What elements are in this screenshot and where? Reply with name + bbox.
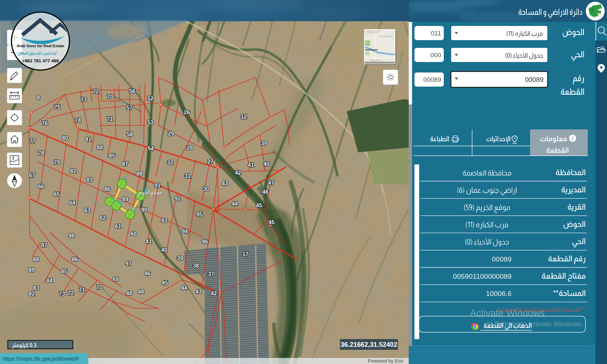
svg-text:94: 94	[182, 229, 188, 234]
svg-text:77: 77	[30, 138, 36, 144]
svg-text:48: 48	[126, 291, 132, 296]
svg-text:to Settings to activate Window: to Settings to activate Windows.	[487, 320, 583, 328]
svg-text:39: 39	[177, 255, 183, 261]
svg-text:60: 60	[131, 231, 137, 237]
svg-text:32: 32	[167, 160, 173, 165]
svg-text:96: 96	[202, 239, 208, 245]
svg-text:98: 98	[68, 233, 75, 239]
svg-text:46: 46	[262, 189, 268, 195]
svg-text:67: 67	[29, 173, 35, 178]
svg-text:70: 70	[107, 94, 113, 100]
svg-text:Arab Sons for Real Estate: Arab Sons for Real Estate	[17, 44, 64, 48]
svg-text:82: 82	[29, 291, 35, 297]
svg-text:44: 44	[232, 201, 238, 207]
svg-text:86: 86	[104, 186, 110, 192]
svg-text:92: 92	[175, 196, 181, 202]
svg-text:005901100000089: 005901100000089	[453, 272, 512, 280]
svg-text:73: 73	[59, 291, 65, 297]
svg-text:47: 47	[268, 180, 274, 186]
svg-text:90: 90	[141, 207, 147, 213]
svg-text:83: 83	[87, 177, 93, 183]
svg-text:5: 5	[113, 198, 116, 204]
svg-text:40: 40	[263, 161, 269, 167]
svg-text:53: 53	[147, 120, 153, 125]
svg-text:42: 42	[211, 291, 217, 296]
svg-text:71: 71	[79, 287, 85, 293]
svg-text:45: 45	[162, 280, 168, 286]
svg-text:000: 000	[430, 52, 441, 59]
svg-text:84: 84	[47, 278, 53, 283]
svg-text:4: 4	[119, 200, 122, 207]
svg-text:27: 27	[207, 159, 213, 164]
svg-text:74: 74	[75, 118, 81, 123]
svg-text:62: 62	[100, 215, 106, 221]
svg-text:81: 81	[85, 136, 91, 142]
svg-text:85: 85	[109, 153, 115, 159]
svg-text:43: 43	[196, 289, 202, 295]
svg-text:69: 69	[113, 276, 119, 282]
svg-text:87: 87	[122, 161, 128, 167]
svg-text:93: 93	[161, 218, 167, 223]
svg-text:37: 37	[208, 271, 214, 277]
svg-text:44: 44	[181, 285, 187, 291]
svg-text:10006.6: 10006.6	[486, 290, 512, 297]
svg-text:82: 82	[70, 168, 76, 174]
svg-text:73: 73	[81, 97, 87, 102]
svg-text:61: 61	[115, 223, 121, 229]
svg-text:45: 45	[268, 219, 274, 225]
svg-text:31: 31	[184, 173, 191, 179]
svg-text:80: 80	[62, 135, 68, 141]
svg-text:00089: 00089	[492, 255, 512, 263]
svg-text:48: 48	[138, 289, 144, 295]
svg-text:89: 89	[29, 267, 35, 273]
svg-text:42: 42	[235, 170, 241, 176]
svg-text:https://maps.dls.gov.jo/dlsweb: https://maps.dls.gov.jo/dlsweb/#	[3, 356, 79, 362]
svg-text:72: 72	[68, 290, 74, 296]
svg-text:97: 97	[125, 261, 132, 267]
svg-text:011: 011	[431, 30, 441, 37]
svg-text:76: 76	[42, 120, 48, 126]
svg-text:57: 57	[126, 105, 133, 111]
svg-text:3: 3	[133, 206, 136, 213]
svg-text:64: 64	[69, 200, 75, 206]
svg-text:66: 66	[38, 184, 44, 189]
svg-text:75: 75	[54, 104, 60, 110]
svg-text:12: 12	[241, 114, 247, 120]
svg-text:71: 71	[107, 116, 113, 122]
svg-text:65: 65	[54, 191, 60, 197]
svg-text:8: 8	[37, 95, 40, 100]
svg-text:Kamloops: Kamloops	[365, 48, 377, 51]
svg-text:87: 87	[41, 242, 47, 248]
svg-text:89: 89	[122, 196, 128, 202]
svg-text:39: 39	[261, 141, 267, 146]
svg-text:36.21662,31.52402: 36.21662,31.52402	[341, 341, 397, 348]
svg-text:+962 781 477 466: +962 781 477 466	[22, 58, 59, 63]
svg-text:Sun Rivers Golf: Sun Rivers Golf	[380, 35, 393, 37]
svg-text:45: 45	[256, 203, 262, 208]
svg-text:95: 95	[196, 212, 202, 217]
svg-text:79: 79	[54, 159, 60, 165]
svg-text:41: 41	[146, 239, 152, 244]
svg-text:78: 78	[38, 150, 44, 156]
svg-text:84: 84	[97, 145, 103, 150]
svg-text:91: 91	[154, 183, 161, 188]
svg-text:54: 54	[148, 146, 154, 151]
svg-text:Powered by Esri: Powered by Esri	[368, 358, 403, 364]
svg-text:40: 40	[161, 247, 167, 253]
svg-text:i: i	[572, 135, 574, 141]
svg-text:63: 63	[84, 208, 90, 213]
svg-text:Columbia St: Columbia St	[370, 59, 380, 61]
svg-text:26: 26	[184, 110, 190, 115]
svg-text:88: 88	[136, 171, 142, 177]
svg-text:30: 30	[203, 186, 209, 192]
svg-text:46: 46	[144, 271, 150, 276]
svg-text:72: 72	[93, 89, 99, 94]
svg-text:86: 86	[72, 256, 78, 262]
svg-text:83: 83	[33, 285, 39, 291]
svg-text:52: 52	[147, 96, 153, 101]
svg-text:43: 43	[222, 181, 228, 186]
svg-text:00089: 00089	[423, 76, 441, 83]
svg-text:41: 41	[248, 162, 254, 168]
svg-text:17: 17	[242, 251, 249, 257]
svg-text:85: 85	[61, 269, 67, 274]
